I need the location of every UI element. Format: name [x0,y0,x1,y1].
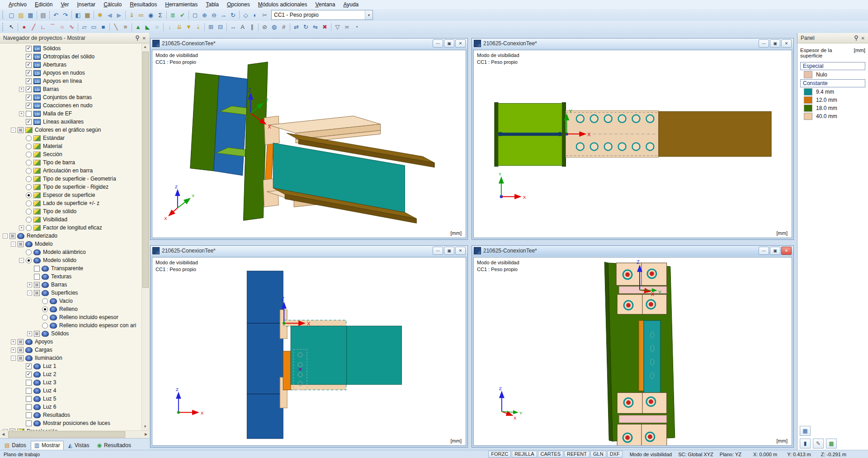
tree-item[interactable]: Transparente [0,264,142,272]
tree-checkbox[interactable] [26,200,32,206]
tree-checkbox[interactable] [34,274,40,280]
tree-item[interactable]: + Factor de longitud eficaz [0,224,142,232]
nav-tab[interactable]: ◉ Resultados [94,441,134,450]
stopwatch-icon[interactable]: ◔ [352,23,361,32]
scrollbar-thumb[interactable] [142,52,149,288]
pin-icon[interactable] [854,35,859,41]
tree-checkbox[interactable] [26,184,32,190]
tree-checkbox[interactable] [34,331,40,337]
scroll-down-icon[interactable]: ▼ [142,423,148,430]
tree-item[interactable]: Coacciones en nudo [0,101,142,110]
surface-load-icon[interactable]: ▼ [184,23,193,32]
toolbar-grip[interactable] [2,11,5,19]
tree-expander[interactable]: + [11,339,16,344]
panel-button[interactable]: ▩ [826,439,837,448]
tree-checkbox[interactable] [34,266,40,272]
menu-item[interactable]: Ventana [311,0,339,9]
tree-checkbox[interactable] [18,347,24,353]
tree-expander[interactable]: - [11,128,16,133]
show-load-values-icon[interactable]: ≔ [137,10,146,19]
mesh-refinement-icon[interactable]: ⊟ [216,23,225,32]
menu-item[interactable]: Archivo [5,0,31,9]
tree-item[interactable]: Material [0,142,142,150]
tree-checkbox[interactable] [26,111,32,117]
tree-item[interactable]: Modelo alámbrico [0,248,142,256]
delete-icon[interactable]: ✖ [320,23,330,32]
tree-item[interactable]: Líneas auxiliares [0,118,142,126]
tree-expander[interactable]: + [27,331,32,336]
tree-item[interactable]: Estándar [0,134,142,142]
minimize-button[interactable]: — [433,247,443,255]
tree-item[interactable]: Texturas [0,272,142,281]
restore-button[interactable]: ▣ [770,247,780,255]
tree-item[interactable]: - Superficies [0,289,142,297]
tree-checkbox[interactable] [26,62,32,68]
spline-icon[interactable]: ∿ [67,23,76,32]
tree-item[interactable]: + Barras [0,85,142,93]
restore-button[interactable]: ▣ [444,247,454,255]
clipping-plane-icon[interactable]: ✂ [260,10,269,19]
new-load-case-icon[interactable]: ✱ [95,10,105,19]
menu-item[interactable]: Opciones [223,0,254,9]
tree-checkbox[interactable] [42,315,48,320]
panel-options-button[interactable]: ▦ [800,426,811,436]
tree-expander[interactable]: - [3,234,8,239]
tree-checkbox[interactable] [26,258,32,263]
member-hinge-icon[interactable]: ○ [152,23,162,32]
rotate-view-icon[interactable]: ↻ [228,10,238,19]
isometric-view-icon[interactable]: ◇ [241,10,250,19]
tree-checkbox[interactable] [26,412,32,418]
tree-item[interactable]: Articulación en barra [0,167,142,175]
tree-item[interactable]: Vacío [0,297,142,305]
status-toggle[interactable]: FORZC [488,451,511,458]
viewport-window-isometric[interactable]: 210625-ConexionTee* — ▣ ✕ Modo de visibi… [150,38,468,240]
tree-checkbox[interactable] [26,168,32,174]
member-load-icon[interactable]: ⇊ [175,23,184,32]
circle-icon[interactable]: ○ [57,23,67,32]
tree-checkbox[interactable] [26,209,32,215]
fe-mesh-icon[interactable]: ⊞ [206,23,216,32]
tree-item[interactable]: - Iluminación [0,354,142,362]
opening-icon[interactable]: ▭ [89,23,99,32]
tree-item[interactable]: Luz 4 [0,386,142,395]
tree-item[interactable]: - Modelo sólido [0,256,142,264]
tree-item[interactable]: Espesor de superficie [0,191,142,199]
close-icon[interactable]: ✕ [861,36,865,41]
next-load-case-icon[interactable]: ▶ [114,10,124,19]
close-button[interactable]: ✕ [781,39,792,48]
tree-checkbox[interactable] [26,225,32,231]
minimize-button[interactable]: — [433,39,443,48]
print-icon[interactable]: ▤ [38,10,48,19]
dimension-icon[interactable]: ↔ [228,23,238,32]
select-arrow-icon[interactable]: ↖ [7,23,16,32]
member-set-icon[interactable]: ≡ [121,23,130,32]
tree-checkbox[interactable] [26,160,32,166]
tree-checkbox[interactable] [26,70,32,76]
section-icon[interactable]: ⊘ [260,23,269,32]
chevron-down-icon[interactable]: ▼ [365,10,373,19]
tree-item[interactable]: Mostrar posiciones de luces [0,419,142,427]
renumber-icon[interactable]: # [279,23,288,32]
nav-tab[interactable]: ◭ Vistas [65,441,93,450]
tree-expander[interactable]: + [19,111,24,116]
viewport-canvas[interactable]: Modo de visibilidad CC1 : Peso propio [m… [473,50,792,238]
viewport-canvas[interactable]: Modo de visibilidad CC1 : Peso propio [m… [152,50,466,238]
tree-checkbox[interactable] [26,404,32,410]
close-button[interactable]: ✕ [781,247,792,255]
tree-checkbox[interactable] [42,306,48,312]
tree-checkbox[interactable] [26,152,32,157]
show-loads-icon[interactable]: ⇓ [127,10,137,19]
tree-expander[interactable]: + [19,225,24,230]
panel-button[interactable]: ✎ [813,439,824,448]
tree-item[interactable]: Ortotropías del sólido [0,52,142,61]
tree-item[interactable]: Sección [0,150,142,158]
horizontal-scrollbar[interactable]: ◀ ▶ [0,430,149,438]
tree-checkbox[interactable] [26,143,32,149]
menu-item[interactable]: Edición [31,0,57,9]
minimize-button[interactable]: — [759,247,769,255]
tree-item[interactable]: Relleno incluido espesor con ari [0,321,142,329]
tree-item[interactable]: Relleno [0,305,142,313]
guide-line-icon[interactable]: ∥ [247,23,257,32]
tree-item[interactable]: Tipo de barra [0,158,142,167]
tree-checkbox[interactable] [26,103,32,109]
